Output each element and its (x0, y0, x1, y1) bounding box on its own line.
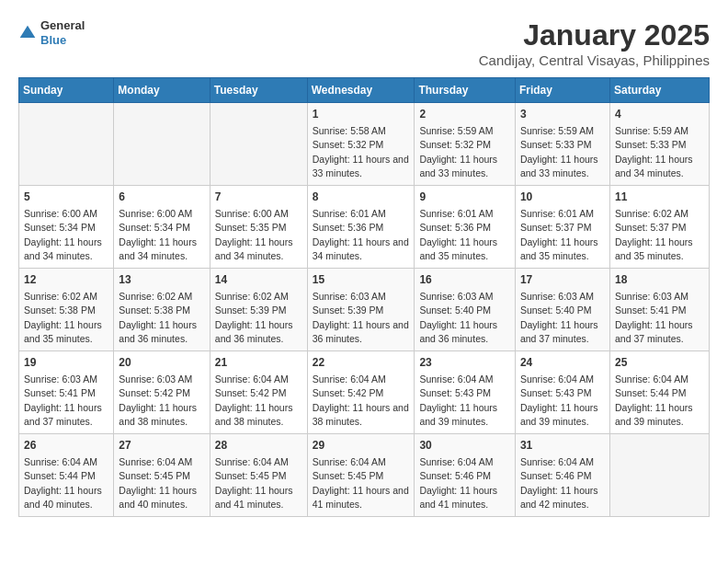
daylight-text: Daylight: 11 hours and 33 minutes. (313, 154, 409, 178)
day-number: 10 (520, 190, 605, 205)
day-number: 22 (313, 355, 410, 371)
daylight-text: Daylight: 11 hours and 37 minutes. (24, 402, 102, 427)
daylight-text: Daylight: 11 hours and 38 minutes. (119, 402, 197, 427)
day-number: 21 (215, 355, 302, 371)
sunset-text: Sunset: 5:43 PM (520, 387, 592, 398)
sunset-text: Sunset: 5:32 PM (313, 139, 384, 150)
sunset-text: Sunset: 5:40 PM (520, 304, 592, 316)
sunset-text: Sunset: 5:38 PM (24, 304, 96, 316)
table-row: 28 Sunrise: 6:04 AM Sunset: 5:45 PM Dayl… (210, 434, 307, 517)
sunrise-text: Sunrise: 6:04 AM (419, 373, 493, 385)
day-number: 13 (119, 272, 204, 288)
sunrise-text: Sunrise: 6:04 AM (520, 373, 594, 385)
sunset-text: Sunset: 5:40 PM (419, 304, 491, 316)
table-row: 13 Sunrise: 6:02 AM Sunset: 5:38 PM Dayl… (114, 269, 210, 351)
day-number: 16 (419, 272, 510, 288)
sunrise-text: Sunrise: 6:04 AM (419, 456, 493, 467)
table-row: 9 Sunrise: 6:01 AM Sunset: 5:36 PM Dayli… (415, 186, 516, 269)
col-friday: Friday (515, 78, 609, 103)
sunset-text: Sunset: 5:44 PM (615, 387, 687, 398)
sunset-text: Sunset: 5:45 PM (215, 470, 287, 481)
daylight-text: Daylight: 11 hours and 36 minutes. (119, 319, 197, 344)
table-row: 29 Sunrise: 6:04 AM Sunset: 5:45 PM Dayl… (307, 434, 415, 517)
logo-line2: Blue (40, 33, 85, 48)
logo-text: General Blue (40, 18, 85, 47)
sunrise-text: Sunrise: 6:00 AM (119, 208, 192, 219)
day-number: 6 (119, 190, 204, 205)
daylight-text: Daylight: 11 hours and 34 minutes. (615, 154, 693, 178)
daylight-text: Daylight: 11 hours and 38 minutes. (215, 402, 293, 427)
sunrise-text: Sunrise: 6:00 AM (215, 208, 289, 219)
calendar-week-row: 12 Sunrise: 6:02 AM Sunset: 5:38 PM Dayl… (19, 269, 710, 351)
daylight-text: Daylight: 11 hours and 41 minutes. (419, 485, 497, 510)
sunset-text: Sunset: 5:42 PM (215, 387, 287, 398)
day-number: 29 (313, 438, 410, 454)
calendar-week-row: 26 Sunrise: 6:04 AM Sunset: 5:44 PM Dayl… (19, 434, 710, 517)
table-row: 12 Sunrise: 6:02 AM Sunset: 5:38 PM Dayl… (19, 269, 114, 351)
table-row: 7 Sunrise: 6:00 AM Sunset: 5:35 PM Dayli… (210, 186, 307, 269)
day-number: 9 (419, 190, 510, 205)
calendar-week-row: 1 Sunrise: 5:58 AM Sunset: 5:32 PM Dayli… (19, 103, 710, 186)
sunset-text: Sunset: 5:37 PM (520, 222, 592, 233)
logo: General Blue (18, 18, 85, 47)
table-row: 25 Sunrise: 6:04 AM Sunset: 5:44 PM Dayl… (609, 351, 709, 434)
calendar-week-row: 5 Sunrise: 6:00 AM Sunset: 5:34 PM Dayli… (19, 186, 710, 269)
sunrise-text: Sunrise: 6:02 AM (615, 208, 688, 219)
day-number: 28 (215, 438, 302, 454)
sunrise-text: Sunrise: 6:01 AM (313, 208, 386, 219)
day-number: 3 (520, 107, 605, 122)
daylight-text: Daylight: 11 hours and 39 minutes. (615, 402, 693, 427)
daylight-text: Daylight: 11 hours and 34 minutes. (215, 236, 293, 261)
table-row (114, 103, 210, 186)
col-wednesday: Wednesday (307, 78, 415, 103)
table-row: 22 Sunrise: 6:04 AM Sunset: 5:42 PM Dayl… (307, 351, 415, 434)
daylight-text: Daylight: 11 hours and 36 minutes. (313, 319, 409, 344)
daylight-text: Daylight: 11 hours and 42 minutes. (520, 485, 598, 510)
daylight-text: Daylight: 11 hours and 41 minutes. (215, 485, 293, 510)
sunrise-text: Sunrise: 6:01 AM (520, 208, 594, 219)
day-number: 14 (215, 272, 302, 288)
table-row (210, 103, 307, 186)
col-tuesday: Tuesday (210, 78, 307, 103)
sunrise-text: Sunrise: 5:58 AM (313, 125, 386, 136)
day-number: 23 (419, 355, 510, 371)
day-number: 27 (119, 438, 204, 454)
table-row: 6 Sunrise: 6:00 AM Sunset: 5:34 PM Dayli… (114, 186, 210, 269)
day-number: 25 (615, 355, 704, 371)
table-row: 20 Sunrise: 6:03 AM Sunset: 5:42 PM Dayl… (114, 351, 210, 434)
day-number: 30 (419, 438, 510, 454)
sunrise-text: Sunrise: 6:02 AM (24, 291, 97, 302)
table-row: 10 Sunrise: 6:01 AM Sunset: 5:37 PM Dayl… (515, 186, 609, 269)
table-row: 8 Sunrise: 6:01 AM Sunset: 5:36 PM Dayli… (307, 186, 415, 269)
table-row: 11 Sunrise: 6:02 AM Sunset: 5:37 PM Dayl… (609, 186, 709, 269)
day-number: 17 (520, 272, 605, 288)
table-row: 18 Sunrise: 6:03 AM Sunset: 5:41 PM Dayl… (609, 269, 709, 351)
table-row: 31 Sunrise: 6:04 AM Sunset: 5:46 PM Dayl… (515, 434, 609, 517)
table-row: 3 Sunrise: 5:59 AM Sunset: 5:33 PM Dayli… (515, 103, 609, 186)
sunrise-text: Sunrise: 6:00 AM (24, 208, 97, 219)
day-number: 18 (615, 272, 704, 288)
sunset-text: Sunset: 5:34 PM (24, 222, 96, 233)
daylight-text: Daylight: 11 hours and 38 minutes. (313, 402, 409, 427)
table-row: 14 Sunrise: 6:02 AM Sunset: 5:39 PM Dayl… (210, 269, 307, 351)
sunrise-text: Sunrise: 5:59 AM (615, 125, 688, 136)
table-row (609, 434, 709, 517)
day-number: 8 (313, 190, 410, 205)
sunset-text: Sunset: 5:33 PM (520, 139, 592, 150)
daylight-text: Daylight: 11 hours and 34 minutes. (313, 236, 409, 261)
sunrise-text: Sunrise: 6:03 AM (615, 291, 688, 302)
sunset-text: Sunset: 5:39 PM (313, 304, 384, 316)
table-row: 26 Sunrise: 6:04 AM Sunset: 5:44 PM Dayl… (19, 434, 114, 517)
sunrise-text: Sunrise: 5:59 AM (520, 125, 594, 136)
sunset-text: Sunset: 5:35 PM (215, 222, 287, 233)
daylight-text: Daylight: 11 hours and 36 minutes. (419, 319, 497, 344)
sunrise-text: Sunrise: 6:04 AM (520, 456, 594, 467)
table-row: 1 Sunrise: 5:58 AM Sunset: 5:32 PM Dayli… (307, 103, 415, 186)
day-number: 2 (419, 107, 510, 122)
calendar-table: Sunday Monday Tuesday Wednesday Thursday… (18, 77, 710, 517)
sunrise-text: Sunrise: 6:04 AM (215, 373, 289, 385)
sunrise-text: Sunrise: 6:04 AM (119, 456, 192, 467)
daylight-text: Daylight: 11 hours and 36 minutes. (215, 319, 293, 344)
day-number: 12 (24, 272, 108, 288)
calendar-week-row: 19 Sunrise: 6:03 AM Sunset: 5:41 PM Dayl… (19, 351, 710, 434)
